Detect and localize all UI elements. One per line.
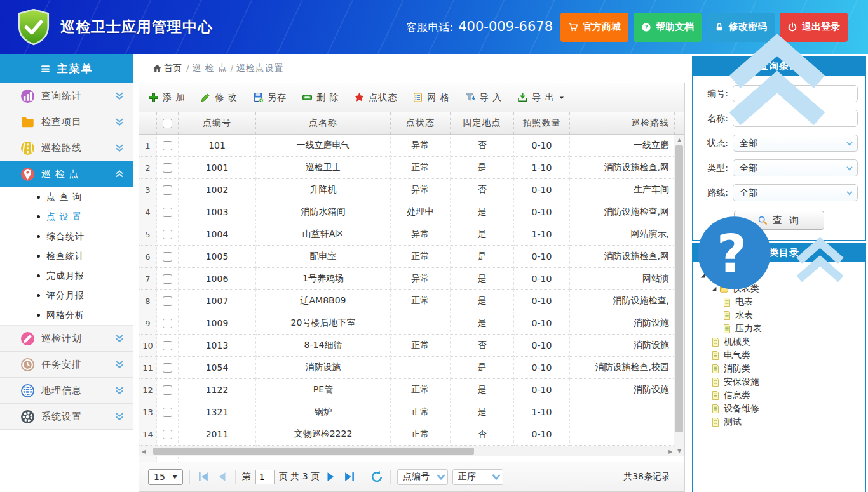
prev-page-button[interactable] — [215, 470, 229, 484]
help-question-icon[interactable]: ? — [693, 211, 776, 295]
sidebar-subitem-综合统计[interactable]: 综合统计 — [0, 227, 133, 246]
tree-node-水表[interactable]: 水表 — [696, 309, 862, 322]
table-row[interactable]: 1101一线立磨电气异常否0-10一线立磨 — [139, 135, 684, 157]
scroll-left-arrow[interactable]: ◀ — [139, 446, 148, 456]
toolbar-button-导入[interactable]: 导 入 — [465, 92, 502, 103]
row-checkbox[interactable] — [163, 208, 172, 217]
row-checkbox-cell[interactable] — [157, 157, 179, 179]
breadcrumb-home[interactable]: 首页 — [153, 63, 182, 74]
collapse-chevron-icon[interactable] — [693, 0, 862, 150]
tree-node-信息类[interactable]: 信息类 — [696, 389, 862, 402]
grid-header-巡检路线[interactable]: 巡检路线 — [570, 112, 675, 134]
table-row[interactable]: 61005配电室正常是0-10消防设施检查,网 — [139, 246, 684, 268]
sidebar-subitem-完成月报[interactable]: 完成月报 — [0, 266, 133, 286]
scroll-up-arrow[interactable]: ▲ — [674, 135, 684, 145]
row-checkbox[interactable] — [163, 341, 172, 350]
tree-node-测试[interactable]: 测试 — [696, 415, 862, 429]
toolbar-button-添加[interactable]: 添 加 — [148, 92, 185, 103]
table-row[interactable]: 21001巡检卫士正常是1-10消防设施检查,网 — [139, 157, 684, 179]
sidebar-item-巡检计划[interactable]: 巡检计划 — [0, 326, 133, 352]
table-row[interactable]: 81007辽AM8B09正常是0-10消防设施检查, — [139, 290, 684, 312]
row-checkbox-cell[interactable] — [157, 246, 179, 268]
row-checkbox-cell[interactable] — [157, 401, 179, 423]
tree-node-安保设施[interactable]: 安保设施 — [696, 375, 862, 389]
tree-node-电气类[interactable]: 电气类 — [696, 349, 862, 362]
row-checkbox[interactable] — [163, 363, 172, 373]
horizontal-scrollbar[interactable]: ◀▶ — [139, 446, 675, 456]
sidebar-item-巡检路线[interactable]: 巡检路线 — [0, 135, 133, 161]
table-row[interactable]: 31002升降机异常否0-10生产车间 — [139, 179, 684, 201]
banner-button-帮助文档[interactable]: ?帮助文档 — [634, 13, 702, 42]
scroll-down-arrow[interactable]: ▼ — [674, 446, 684, 456]
row-checkbox-cell[interactable] — [157, 290, 179, 312]
sort-order-select[interactable]: 正序 — [452, 469, 503, 485]
select-all-checkbox[interactable] — [163, 119, 172, 128]
row-checkbox-cell[interactable] — [157, 379, 179, 401]
last-page-button[interactable] — [342, 470, 356, 484]
sort-field-select[interactable]: 点编号 — [397, 469, 448, 485]
grid-header-点名称[interactable]: 点名称 — [256, 112, 391, 134]
row-checkbox-cell[interactable] — [157, 335, 179, 357]
row-checkbox[interactable] — [163, 252, 172, 262]
breadcrumb-item[interactable]: 巡检点设置 — [236, 63, 284, 73]
toolbar-button-网格[interactable]: 网 格 — [412, 92, 449, 103]
row-checkbox[interactable] — [163, 408, 172, 417]
row-checkbox-cell[interactable] — [157, 312, 179, 335]
sidebar-subitem-点查询[interactable]: 点 查 询 — [0, 187, 133, 207]
toolbar-button-点状态[interactable]: 点状态 — [354, 92, 397, 103]
row-checkbox[interactable] — [163, 163, 172, 173]
vertical-scroll-thumb[interactable] — [675, 145, 683, 432]
row-checkbox-cell[interactable] — [157, 423, 179, 446]
tree-node-消防类[interactable]: 消防类 — [696, 362, 862, 375]
banner-button-官方商城[interactable]: 官方商城 — [560, 13, 628, 42]
row-checkbox-cell[interactable] — [157, 268, 179, 290]
row-checkbox[interactable] — [163, 430, 172, 439]
vertical-scrollbar[interactable]: ▲▼ — [674, 135, 684, 456]
row-checkbox-cell[interactable] — [157, 201, 179, 223]
tree-node-电表[interactable]: 电表 — [696, 295, 862, 309]
sidebar-subitem-检查统计[interactable]: 检查统计 — [0, 246, 133, 266]
grid-header-拍照数量[interactable]: 拍照数量 — [514, 112, 570, 134]
row-checkbox[interactable] — [163, 319, 172, 328]
row-checkbox-cell[interactable] — [157, 223, 179, 246]
tree-node-机械类[interactable]: 机械类 — [696, 335, 862, 349]
table-row[interactable]: 131321锅炉正常是1-10 — [139, 401, 684, 423]
page-number-input[interactable] — [255, 470, 275, 484]
collapse-chevron-icon[interactable] — [778, 211, 862, 295]
row-checkbox[interactable] — [163, 274, 172, 284]
sidebar-item-查询统计[interactable]: 查询统计 — [0, 83, 133, 109]
row-checkbox-cell[interactable] — [157, 357, 179, 379]
sidebar-item-任务安排[interactable]: 任务安排 — [0, 352, 133, 378]
tree-node-设备维修[interactable]: 设备维修 — [696, 402, 862, 415]
query-select-类型[interactable]: 全部 — [733, 159, 858, 176]
refresh-icon[interactable] — [370, 470, 384, 484]
sidebar-subitem-网格分析[interactable]: 网格分析 — [0, 305, 133, 325]
sidebar-subitem-评分月报[interactable]: 评分月报 — [0, 286, 133, 305]
sidebar-item-地理信息[interactable]: 地理信息 — [0, 378, 133, 404]
row-checkbox-cell[interactable] — [157, 135, 179, 157]
next-page-button[interactable] — [324, 470, 338, 484]
table-row[interactable]: 1010138-14细筛正常否0-10消防设施 — [139, 335, 684, 357]
grid-header-点编号[interactable]: 点编号 — [179, 112, 256, 134]
table-row[interactable]: 710061号养鸡场异常是0-10网站演 — [139, 268, 684, 290]
toolbar-button-修改[interactable]: 修 改 — [200, 92, 237, 103]
sidebar-item-系统设置[interactable]: 系统设置 — [0, 404, 133, 430]
row-checkbox[interactable] — [163, 296, 172, 306]
first-page-button[interactable] — [196, 470, 210, 484]
sidebar-item-检查项目[interactable]: 检查项目 — [0, 109, 133, 135]
table-row[interactable]: 121122PE管正常是0-10消防设施 — [139, 379, 684, 401]
sidebar-subitem-点设置[interactable]: 点 设 置 — [0, 207, 133, 227]
breadcrumb-item[interactable]: 巡 检 点 — [192, 63, 227, 73]
grid-header-点状态[interactable]: 点状态 — [391, 112, 451, 134]
scroll-right-arrow[interactable]: ▶ — [666, 446, 675, 456]
toolbar-button-导出[interactable]: 导 出 — [517, 92, 564, 103]
page-size-select[interactable]: 15▼ — [148, 469, 183, 485]
row-checkbox[interactable] — [163, 141, 172, 150]
toolbar-button-另存[interactable]: 另存 — [253, 92, 287, 103]
row-checkbox-cell[interactable] — [157, 179, 179, 201]
row-checkbox[interactable] — [163, 185, 172, 195]
query-select-路线[interactable]: 全部 — [733, 184, 858, 201]
tree-node-压力表[interactable]: 压力表 — [696, 322, 862, 335]
grid-header-固定地点[interactable]: 固定地点 — [451, 112, 514, 134]
table-row[interactable]: 9100920号楼后地下室是0-10消防设施 — [139, 312, 684, 335]
